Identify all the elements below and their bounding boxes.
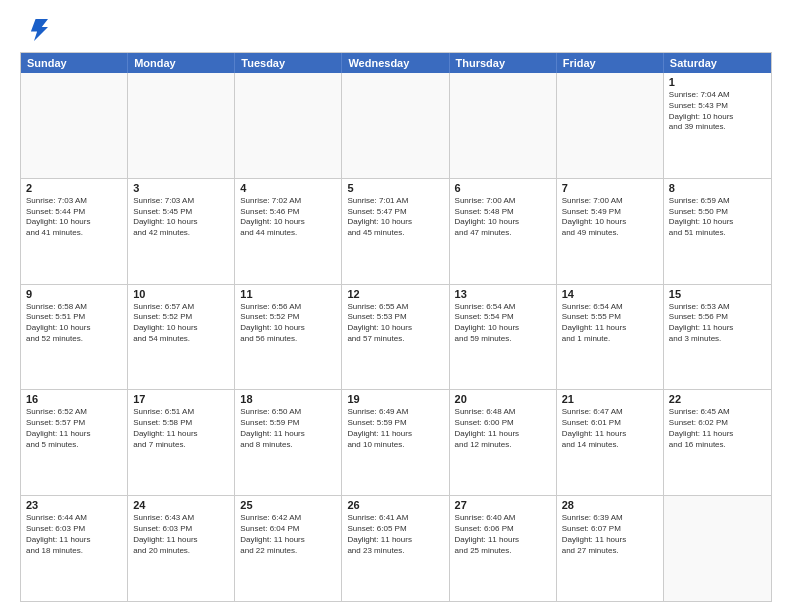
- calendar-cell: 4Sunrise: 7:02 AM Sunset: 5:46 PM Daylig…: [235, 179, 342, 284]
- calendar-cell: [235, 73, 342, 178]
- weekday-header: Friday: [557, 53, 664, 73]
- calendar-cell: 21Sunrise: 6:47 AM Sunset: 6:01 PM Dayli…: [557, 390, 664, 495]
- day-number: 15: [669, 288, 766, 300]
- cell-info: Sunrise: 7:02 AM Sunset: 5:46 PM Dayligh…: [240, 196, 336, 239]
- calendar-body: 1Sunrise: 7:04 AM Sunset: 5:43 PM Daylig…: [21, 73, 771, 601]
- cell-info: Sunrise: 6:52 AM Sunset: 5:57 PM Dayligh…: [26, 407, 122, 450]
- weekday-header: Wednesday: [342, 53, 449, 73]
- cell-info: Sunrise: 6:50 AM Sunset: 5:59 PM Dayligh…: [240, 407, 336, 450]
- cell-info: Sunrise: 6:48 AM Sunset: 6:00 PM Dayligh…: [455, 407, 551, 450]
- day-number: 19: [347, 393, 443, 405]
- calendar-cell: 12Sunrise: 6:55 AM Sunset: 5:53 PM Dayli…: [342, 285, 449, 390]
- calendar-cell: 26Sunrise: 6:41 AM Sunset: 6:05 PM Dayli…: [342, 496, 449, 601]
- calendar-cell: 16Sunrise: 6:52 AM Sunset: 5:57 PM Dayli…: [21, 390, 128, 495]
- cell-info: Sunrise: 6:41 AM Sunset: 6:05 PM Dayligh…: [347, 513, 443, 556]
- calendar-cell: 15Sunrise: 6:53 AM Sunset: 5:56 PM Dayli…: [664, 285, 771, 390]
- day-number: 23: [26, 499, 122, 511]
- calendar-cell: 3Sunrise: 7:03 AM Sunset: 5:45 PM Daylig…: [128, 179, 235, 284]
- weekday-header: Sunday: [21, 53, 128, 73]
- calendar-cell: 14Sunrise: 6:54 AM Sunset: 5:55 PM Dayli…: [557, 285, 664, 390]
- weekday-header: Tuesday: [235, 53, 342, 73]
- calendar-cell: 13Sunrise: 6:54 AM Sunset: 5:54 PM Dayli…: [450, 285, 557, 390]
- cell-info: Sunrise: 7:03 AM Sunset: 5:45 PM Dayligh…: [133, 196, 229, 239]
- cell-info: Sunrise: 6:58 AM Sunset: 5:51 PM Dayligh…: [26, 302, 122, 345]
- day-number: 16: [26, 393, 122, 405]
- cell-info: Sunrise: 7:00 AM Sunset: 5:48 PM Dayligh…: [455, 196, 551, 239]
- day-number: 1: [669, 76, 766, 88]
- calendar-row: 16Sunrise: 6:52 AM Sunset: 5:57 PM Dayli…: [21, 389, 771, 495]
- logo-icon: [20, 16, 48, 44]
- calendar-cell: 19Sunrise: 6:49 AM Sunset: 5:59 PM Dayli…: [342, 390, 449, 495]
- calendar-cell: [21, 73, 128, 178]
- page: SundayMondayTuesdayWednesdayThursdayFrid…: [0, 0, 792, 612]
- calendar-cell: 23Sunrise: 6:44 AM Sunset: 6:03 PM Dayli…: [21, 496, 128, 601]
- cell-info: Sunrise: 7:04 AM Sunset: 5:43 PM Dayligh…: [669, 90, 766, 133]
- calendar: SundayMondayTuesdayWednesdayThursdayFrid…: [20, 52, 772, 602]
- header: [20, 16, 772, 44]
- calendar-cell: 2Sunrise: 7:03 AM Sunset: 5:44 PM Daylig…: [21, 179, 128, 284]
- calendar-cell: 18Sunrise: 6:50 AM Sunset: 5:59 PM Dayli…: [235, 390, 342, 495]
- calendar-cell: 9Sunrise: 6:58 AM Sunset: 5:51 PM Daylig…: [21, 285, 128, 390]
- calendar-cell: [450, 73, 557, 178]
- calendar-cell: 10Sunrise: 6:57 AM Sunset: 5:52 PM Dayli…: [128, 285, 235, 390]
- calendar-cell: 7Sunrise: 7:00 AM Sunset: 5:49 PM Daylig…: [557, 179, 664, 284]
- cell-info: Sunrise: 6:59 AM Sunset: 5:50 PM Dayligh…: [669, 196, 766, 239]
- day-number: 11: [240, 288, 336, 300]
- cell-info: Sunrise: 6:56 AM Sunset: 5:52 PM Dayligh…: [240, 302, 336, 345]
- day-number: 26: [347, 499, 443, 511]
- day-number: 22: [669, 393, 766, 405]
- calendar-row: 9Sunrise: 6:58 AM Sunset: 5:51 PM Daylig…: [21, 284, 771, 390]
- calendar-cell: 11Sunrise: 6:56 AM Sunset: 5:52 PM Dayli…: [235, 285, 342, 390]
- day-number: 4: [240, 182, 336, 194]
- cell-info: Sunrise: 6:53 AM Sunset: 5:56 PM Dayligh…: [669, 302, 766, 345]
- calendar-cell: [557, 73, 664, 178]
- weekday-header: Monday: [128, 53, 235, 73]
- calendar-row: 1Sunrise: 7:04 AM Sunset: 5:43 PM Daylig…: [21, 73, 771, 178]
- calendar-cell: 20Sunrise: 6:48 AM Sunset: 6:00 PM Dayli…: [450, 390, 557, 495]
- calendar-cell: 8Sunrise: 6:59 AM Sunset: 5:50 PM Daylig…: [664, 179, 771, 284]
- calendar-row: 2Sunrise: 7:03 AM Sunset: 5:44 PM Daylig…: [21, 178, 771, 284]
- cell-info: Sunrise: 6:40 AM Sunset: 6:06 PM Dayligh…: [455, 513, 551, 556]
- day-number: 17: [133, 393, 229, 405]
- day-number: 12: [347, 288, 443, 300]
- day-number: 9: [26, 288, 122, 300]
- day-number: 14: [562, 288, 658, 300]
- day-number: 27: [455, 499, 551, 511]
- cell-info: Sunrise: 6:45 AM Sunset: 6:02 PM Dayligh…: [669, 407, 766, 450]
- cell-info: Sunrise: 6:57 AM Sunset: 5:52 PM Dayligh…: [133, 302, 229, 345]
- day-number: 24: [133, 499, 229, 511]
- weekday-header: Thursday: [450, 53, 557, 73]
- day-number: 3: [133, 182, 229, 194]
- calendar-header: SundayMondayTuesdayWednesdayThursdayFrid…: [21, 53, 771, 73]
- cell-info: Sunrise: 6:54 AM Sunset: 5:55 PM Dayligh…: [562, 302, 658, 345]
- calendar-cell: 24Sunrise: 6:43 AM Sunset: 6:03 PM Dayli…: [128, 496, 235, 601]
- calendar-cell: [342, 73, 449, 178]
- day-number: 18: [240, 393, 336, 405]
- cell-info: Sunrise: 6:39 AM Sunset: 6:07 PM Dayligh…: [562, 513, 658, 556]
- day-number: 28: [562, 499, 658, 511]
- calendar-cell: 27Sunrise: 6:40 AM Sunset: 6:06 PM Dayli…: [450, 496, 557, 601]
- cell-info: Sunrise: 6:47 AM Sunset: 6:01 PM Dayligh…: [562, 407, 658, 450]
- calendar-cell: 17Sunrise: 6:51 AM Sunset: 5:58 PM Dayli…: [128, 390, 235, 495]
- calendar-cell: 6Sunrise: 7:00 AM Sunset: 5:48 PM Daylig…: [450, 179, 557, 284]
- calendar-cell: [664, 496, 771, 601]
- day-number: 2: [26, 182, 122, 194]
- cell-info: Sunrise: 6:55 AM Sunset: 5:53 PM Dayligh…: [347, 302, 443, 345]
- day-number: 13: [455, 288, 551, 300]
- day-number: 6: [455, 182, 551, 194]
- calendar-cell: 22Sunrise: 6:45 AM Sunset: 6:02 PM Dayli…: [664, 390, 771, 495]
- cell-info: Sunrise: 6:49 AM Sunset: 5:59 PM Dayligh…: [347, 407, 443, 450]
- cell-info: Sunrise: 6:43 AM Sunset: 6:03 PM Dayligh…: [133, 513, 229, 556]
- day-number: 7: [562, 182, 658, 194]
- day-number: 8: [669, 182, 766, 194]
- logo: [20, 16, 52, 44]
- day-number: 10: [133, 288, 229, 300]
- calendar-cell: 25Sunrise: 6:42 AM Sunset: 6:04 PM Dayli…: [235, 496, 342, 601]
- calendar-cell: [128, 73, 235, 178]
- cell-info: Sunrise: 6:51 AM Sunset: 5:58 PM Dayligh…: [133, 407, 229, 450]
- calendar-row: 23Sunrise: 6:44 AM Sunset: 6:03 PM Dayli…: [21, 495, 771, 601]
- weekday-header: Saturday: [664, 53, 771, 73]
- day-number: 25: [240, 499, 336, 511]
- day-number: 20: [455, 393, 551, 405]
- cell-info: Sunrise: 7:03 AM Sunset: 5:44 PM Dayligh…: [26, 196, 122, 239]
